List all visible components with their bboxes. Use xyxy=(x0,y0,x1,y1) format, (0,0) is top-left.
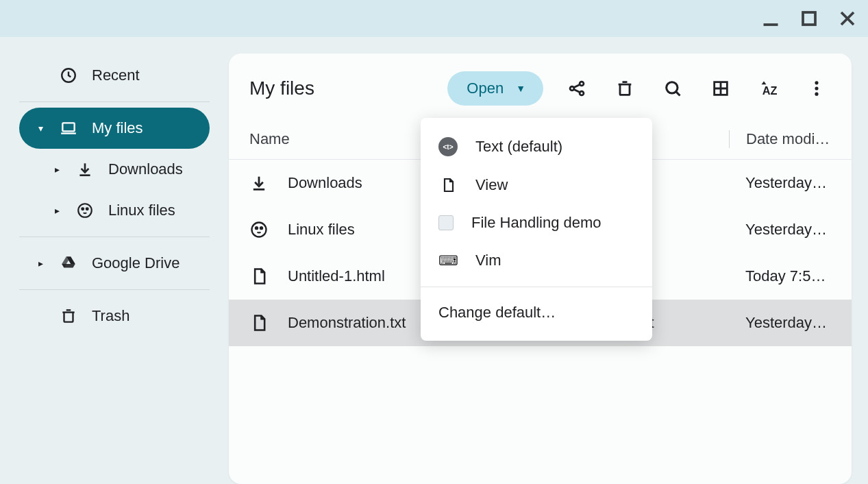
sidebar-item-label: Google Drive xyxy=(92,254,179,272)
svg-point-18 xyxy=(252,223,266,237)
dropdown-item-label: File Handling demo xyxy=(471,214,602,232)
svg-point-20 xyxy=(260,227,262,229)
dropdown-divider xyxy=(421,287,652,287)
dropdown-item-change-default[interactable]: Change default… xyxy=(421,294,652,331)
sidebar-item-my-files[interactable]: ▾ My files xyxy=(19,108,210,149)
dropdown-item-file-handling-demo[interactable]: File Handling demo xyxy=(421,204,652,241)
window-minimize-button[interactable] xyxy=(758,6,783,31)
window-titlebar xyxy=(0,0,868,37)
sidebar-item-google-drive[interactable]: ▸ Google Drive xyxy=(19,243,210,284)
vim-icon: ⌨ xyxy=(438,251,458,270)
share-button[interactable] xyxy=(562,74,591,103)
dropdown-item-label: Text (default) xyxy=(475,138,562,156)
svg-point-15 xyxy=(815,81,818,84)
chevron-right-icon: ▸ xyxy=(52,205,62,216)
dropdown-item-label: View xyxy=(475,176,508,194)
file-icon xyxy=(249,313,288,332)
main-panel: My files Open ▼ AZ xyxy=(229,53,852,484)
sidebar-item-downloads[interactable]: ▸ Downloads xyxy=(19,149,210,190)
dropdown-item-label: Change default… xyxy=(438,304,556,322)
sidebar: Recent ▾ My files ▸ Downloads ▸ Linux fi… xyxy=(0,37,229,484)
file-date: Yesterday 9:1… xyxy=(729,314,831,332)
toolbar: My files Open ▼ AZ xyxy=(229,53,852,119)
sidebar-item-label: Trash xyxy=(92,307,129,325)
svg-point-7 xyxy=(82,208,84,210)
window-close-button[interactable] xyxy=(835,6,860,31)
svg-point-12 xyxy=(667,82,678,93)
sidebar-item-trash[interactable]: Trash xyxy=(19,295,210,337)
more-options-button[interactable] xyxy=(802,74,831,103)
svg-text:AZ: AZ xyxy=(762,84,778,97)
chevron-right-icon: ▸ xyxy=(52,164,62,175)
sidebar-item-linux-files[interactable]: ▸ Linux files xyxy=(19,190,210,231)
sidebar-item-label: My files xyxy=(92,119,143,137)
open-button-label: Open xyxy=(467,80,504,97)
svg-point-16 xyxy=(815,86,818,90)
search-button[interactable] xyxy=(658,74,687,103)
trash-icon xyxy=(59,307,78,325)
dropdown-item-view[interactable]: View xyxy=(421,166,652,204)
sidebar-divider xyxy=(19,101,210,102)
svg-rect-1 xyxy=(803,12,815,25)
chevron-down-icon: ▼ xyxy=(516,83,525,94)
dropdown-item-label: Vim xyxy=(475,252,501,269)
sidebar-divider xyxy=(19,289,210,290)
svg-point-19 xyxy=(256,227,258,229)
drive-icon xyxy=(59,254,78,272)
penguin-icon xyxy=(75,202,95,219)
sidebar-divider xyxy=(19,237,210,237)
column-header-date[interactable]: Date modi… xyxy=(729,130,831,148)
svg-point-17 xyxy=(815,93,818,96)
grid-view-button[interactable] xyxy=(706,74,735,103)
open-dropdown-menu: <t> Text (default) View File Handling de… xyxy=(421,118,652,341)
file-icon xyxy=(249,267,288,286)
open-button[interactable]: Open ▼ xyxy=(447,71,543,106)
chevron-down-icon: ▾ xyxy=(36,123,45,134)
file-date: Today 7:54 AM xyxy=(729,267,831,285)
download-icon xyxy=(249,173,288,193)
chevron-right-icon: ▸ xyxy=(36,258,45,269)
clock-icon xyxy=(59,66,78,84)
window-maximize-button[interactable] xyxy=(797,6,821,31)
dropdown-item-vim[interactable]: ⌨ Vim xyxy=(421,241,652,280)
svg-point-8 xyxy=(86,208,88,210)
sort-button[interactable]: AZ xyxy=(754,74,783,103)
page-title: My files xyxy=(249,77,428,99)
delete-button[interactable] xyxy=(610,74,639,103)
sidebar-item-label: Recent xyxy=(92,66,140,84)
svg-point-6 xyxy=(78,204,92,217)
text-app-icon: <t> xyxy=(438,137,458,156)
laptop-icon xyxy=(59,119,78,137)
app-icon xyxy=(438,215,454,230)
file-date: Yesterday 9:2… xyxy=(729,174,831,192)
penguin-icon xyxy=(249,220,288,239)
sidebar-item-label: Downloads xyxy=(108,160,183,178)
file-date: Yesterday 7:0… xyxy=(729,221,831,239)
file-icon xyxy=(438,176,458,195)
dropdown-item-text-default[interactable]: <t> Text (default) xyxy=(421,128,652,166)
sidebar-item-label: Linux files xyxy=(108,202,175,219)
download-icon xyxy=(75,160,95,178)
sidebar-item-recent[interactable]: Recent xyxy=(19,55,210,96)
svg-rect-5 xyxy=(62,123,74,131)
